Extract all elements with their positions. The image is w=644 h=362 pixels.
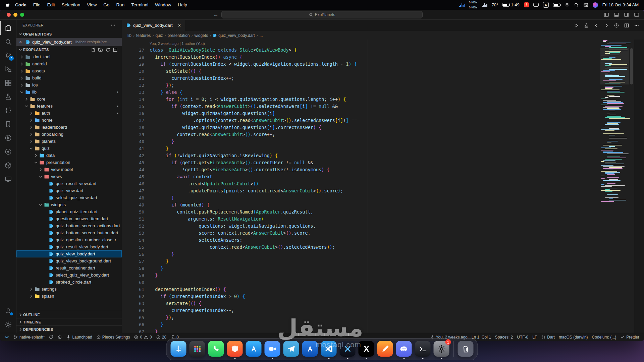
activity-accounts[interactable] [0, 304, 16, 318]
file-quiz-view-dart[interactable]: quiz_view.dart [16, 187, 122, 194]
dock-pen-app[interactable] [377, 341, 393, 357]
file-select-quiz-view-dart[interactable]: select_quiz_view.dart [16, 194, 122, 201]
status-codeium[interactable]: Codeium: {...} [590, 333, 619, 341]
dock-discord[interactable] [396, 341, 412, 357]
code-editor[interactable]: You, 2 weeks ago | 1 author (You)27class… [122, 40, 644, 333]
toggle-panel-icon[interactable] [614, 12, 619, 17]
dock-dev-x-app[interactable] [340, 341, 356, 357]
folder-splash[interactable]: splash [16, 293, 122, 300]
menu-terminal[interactable]: Terminal [128, 0, 152, 10]
file-quiz-view-body-dart[interactable]: quiz_view_body.dart [16, 250, 122, 257]
status-platform[interactable]: macOS (darwin) [557, 333, 590, 341]
folder-leadersboard[interactable]: leadersboard [16, 124, 122, 131]
zoom-window-button[interactable] [20, 13, 24, 17]
status-remote[interactable]: >< [3, 333, 11, 341]
nav-back-icon[interactable] [594, 23, 599, 28]
status-git-branch[interactable]: native-splash* [11, 333, 47, 341]
folder-onboarding[interactable]: onboarding [16, 131, 122, 138]
activity-search[interactable] [0, 35, 16, 49]
project-section-header[interactable]: EXOPLANETS [16, 46, 122, 53]
folder-core[interactable]: core [16, 96, 122, 103]
folder-home[interactable]: home [16, 117, 122, 124]
menu-run[interactable]: Run [113, 0, 128, 10]
dock-launchpad[interactable] [190, 341, 205, 357]
battery-icon[interactable] [553, 3, 560, 7]
breadcrumb-presentation[interactable]: presentation [167, 33, 190, 38]
menubar-clock[interactable]: Fri 18 Oct 3:34 AM [602, 2, 639, 7]
dock-brave[interactable] [227, 341, 243, 357]
more-actions-icon[interactable] [634, 23, 639, 28]
split-editor-icon[interactable] [624, 23, 629, 28]
status-encoding[interactable]: UTF-8 [515, 333, 530, 341]
status-insights[interactable]: 28 [154, 333, 168, 341]
battery-time[interactable]: 1:49 [502, 2, 519, 7]
activity-recorder[interactable] [0, 145, 16, 159]
folder-quiz[interactable]: quiz [16, 145, 122, 152]
editor-scrollbar[interactable] [629, 40, 634, 333]
activity-live-preview[interactable] [0, 131, 16, 145]
section-dependencies[interactable]: DEPENDENCIES [16, 325, 122, 333]
file-stroked-circle-dart[interactable]: stroked_circle.dart [16, 279, 122, 286]
menu-file[interactable]: File [30, 0, 44, 10]
sidebar-more-icon[interactable] [110, 22, 116, 28]
breadcrumb-quiz-view-body-dart[interactable]: quiz_view_body.dart [213, 33, 255, 38]
folder-presentation[interactable]: presentation [16, 159, 122, 166]
file-question-answer-item-dart[interactable]: question_answer_item.dart [16, 215, 122, 222]
customize-layout-icon[interactable] [634, 12, 639, 17]
file-quiz-result-view-body-dart[interactable]: quiz_result_view_body.dart [16, 243, 122, 250]
dock-finder[interactable] [171, 341, 186, 357]
activity-testing[interactable] [0, 90, 16, 104]
breadcrumb-[interactable]: ... [260, 33, 263, 38]
section-outline[interactable]: OUTLINE [16, 311, 122, 318]
dock-trash[interactable] [458, 341, 474, 357]
toggle-secondary-sidebar-icon[interactable] [624, 12, 629, 17]
status-pieces-settings[interactable]: Pieces Settings [94, 333, 132, 341]
status-problems[interactable]: 00 [132, 333, 154, 341]
folder-settings[interactable]: settings [16, 286, 122, 293]
dock-whatsapp[interactable] [208, 341, 224, 357]
breadcrumb-features[interactable]: features [136, 33, 151, 38]
minimap[interactable] [600, 40, 629, 333]
folder-view-model[interactable]: view model [16, 166, 122, 173]
activity-manage[interactable] [0, 318, 16, 331]
minimap-slider[interactable] [600, 48, 629, 84]
dock-x[interactable] [359, 341, 374, 357]
breadcrumb-lib[interactable]: lib [127, 33, 131, 38]
status-lens[interactable] [55, 333, 64, 341]
activity-snippets[interactable] [0, 104, 16, 117]
dock-terminal[interactable] [415, 341, 431, 357]
section-timeline[interactable]: TIMELINE [16, 318, 122, 325]
new-folder-icon[interactable] [98, 47, 103, 52]
control-center-icon[interactable] [583, 3, 588, 7]
file-quiz-question-number-close-row[interactable]: quiz_question_number_close_row... [16, 236, 122, 243]
dock-app-store[interactable] [246, 341, 262, 357]
file-quiz-views-background-dart[interactable]: quiz_views_background.dart [16, 257, 122, 264]
activity-remote-explorer[interactable] [0, 172, 16, 186]
folder-views[interactable]: views [16, 173, 122, 180]
menu-selection[interactable]: Selection [58, 0, 84, 10]
dock-blue-a-app[interactable] [302, 341, 318, 357]
back-icon[interactable]: ← [213, 12, 218, 17]
activity-source-control[interactable]: 3 [0, 49, 16, 62]
menu-go[interactable]: Go [100, 0, 113, 10]
spotlight-icon[interactable] [574, 3, 579, 7]
nav-forward-icon[interactable] [604, 23, 609, 28]
status-prettier[interactable]: Prettier [618, 333, 641, 341]
activity-explorer[interactable] [0, 21, 16, 35]
dock-system-settings[interactable]: 1 [434, 341, 449, 357]
status-sync[interactable] [47, 333, 55, 341]
display-icon[interactable] [533, 3, 539, 7]
refresh-icon[interactable] [105, 47, 110, 52]
menu-help[interactable]: Help [174, 0, 191, 10]
file-quiz-result-view-dart[interactable]: quiz_result_view.dart [16, 180, 122, 187]
network-graph-icon[interactable] [459, 3, 465, 7]
scrollbar-thumb[interactable] [630, 48, 633, 84]
menu-window[interactable]: Window [152, 0, 174, 10]
activity-run-debug[interactable] [0, 62, 16, 76]
wifi-icon[interactable] [565, 3, 570, 7]
dock-telegram[interactable] [283, 341, 299, 357]
folder-ios[interactable]: ios [16, 81, 122, 88]
folder-lib[interactable]: lib● [16, 88, 122, 96]
file-planet-quiz-item-dart[interactable]: planet_quiz_item.dart [16, 208, 122, 215]
folder-auth[interactable]: auth● [16, 110, 122, 117]
